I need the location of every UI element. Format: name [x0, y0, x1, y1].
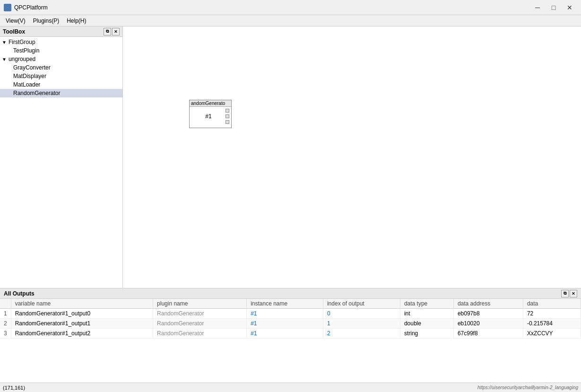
cell-variable-name: RandomGenerator#1_output2: [11, 329, 153, 339]
toolbox-restore-button[interactable]: ⧉: [104, 28, 111, 35]
bottom-panel-restore-button[interactable]: ⧉: [561, 290, 569, 297]
tree-item-randomgenerator[interactable]: RandomGenerator: [0, 89, 122, 97]
close-button[interactable]: ✕: [562, 2, 577, 13]
plugin-block-ports: [225, 109, 229, 124]
tree-item-matdisplayer[interactable]: MatDisplayer: [0, 72, 122, 80]
col-header-plugin-name: plugin name: [153, 299, 247, 309]
tree-item-grayconverter[interactable]: GrayConverter: [0, 63, 122, 72]
statusbar: (171,161) https://uisersecurityarchwilly…: [0, 383, 581, 392]
menu-item-pluginsp[interactable]: Plugins(P): [29, 17, 63, 25]
cell-data-type: int: [400, 309, 453, 319]
toolbox-header-left: ToolBox: [3, 28, 25, 35]
cell-rownum: 3: [0, 329, 11, 339]
outputs-tbody: 1RandomGenerator#1_output0RandomGenerato…: [0, 309, 581, 339]
titlebar-left: QPCPlatform: [4, 4, 48, 11]
cell-variable-name: RandomGenerator#1_output1: [11, 319, 153, 329]
outputs-table-header-row: variable name plugin name instance name …: [0, 299, 581, 309]
col-header-data-address: data address: [453, 299, 523, 309]
col-header-rownum: [0, 299, 11, 309]
chevron-icon: ▼: [2, 57, 7, 62]
plugin-block-title: andomGenerato: [190, 100, 231, 107]
cell-plugin-name: RandomGenerator: [153, 319, 247, 329]
cell-data-type: double: [400, 319, 453, 329]
cell-instance-name: #1: [247, 319, 323, 329]
cell-data-address: 67c99f8: [453, 329, 523, 339]
tree-group-firstgroup: ▼FirstGroupTestPlugin: [0, 38, 122, 55]
statusbar-right: https://uisersecurityarchwillyarmin-2_la…: [477, 385, 578, 390]
group-name: FirstGroup: [9, 39, 35, 45]
cell-index-of-output: 2: [323, 329, 400, 339]
cell-data: 72: [523, 309, 581, 319]
cell-rownum: 2: [0, 319, 11, 329]
toolbox-header: ToolBox ⧉ ✕: [0, 26, 122, 37]
col-header-index-of-output: index of output: [323, 299, 400, 309]
col-header-data: data: [523, 299, 581, 309]
cell-plugin-name: RandomGenerator: [153, 309, 247, 319]
col-header-data-type: data type: [400, 299, 453, 309]
titlebar: QPCPlatform ─ □ ✕: [0, 0, 581, 15]
toolbox-panel: ToolBox ⧉ ✕ ▼FirstGroupTestPlugin▼ungrou…: [0, 26, 123, 288]
cell-data-address: eb097b8: [453, 309, 523, 319]
col-header-instance-name: instance name: [247, 299, 323, 309]
chevron-icon: ▼: [2, 40, 7, 45]
menubar: View(V)Plugins(P)Help(H): [0, 15, 581, 26]
canvas-area[interactable]: andomGenerato #1: [123, 26, 581, 288]
app-title: QPCPlatform: [14, 4, 48, 11]
outputs-table: variable name plugin name instance name …: [0, 299, 581, 339]
minimize-button[interactable]: ─: [530, 2, 545, 13]
app-icon: [4, 4, 11, 11]
plugin-block-body: #1: [190, 107, 231, 126]
col-header-variable-name: variable name: [11, 299, 153, 309]
statusbar-coords: (171,161): [3, 385, 25, 391]
port-0[interactable]: [225, 109, 229, 113]
bottom-panel-title: All Outputs: [4, 290, 35, 297]
menu-item-viewv[interactable]: View(V): [2, 17, 29, 25]
plugin-block[interactable]: andomGenerato #1: [189, 100, 232, 128]
menu-item-helph[interactable]: Help(H): [63, 17, 90, 25]
bottom-panel: All Outputs ⧉ ✕ variable name plugin nam…: [0, 288, 581, 383]
table-row: 1RandomGenerator#1_output0RandomGenerato…: [0, 309, 581, 319]
group-name: ungrouped: [9, 56, 35, 62]
titlebar-controls: ─ □ ✕: [530, 2, 577, 13]
cell-data: XxZCCVY: [523, 329, 581, 339]
tree-group-ungrouped: ▼ungroupedGrayConverterMatDisplayerMatLo…: [0, 55, 122, 97]
tree-item-matloader[interactable]: MatLoader: [0, 80, 122, 89]
table-row: 2RandomGenerator#1_output1RandomGenerato…: [0, 319, 581, 329]
bottom-panel-header: All Outputs ⧉ ✕: [0, 288, 581, 299]
port-2[interactable]: [225, 120, 229, 124]
tree-group-label-ungrouped[interactable]: ▼ungrouped: [0, 55, 122, 63]
tree-item-testplugin[interactable]: TestPlugin: [0, 46, 122, 55]
cell-data: -0.215784: [523, 319, 581, 329]
cell-instance-name: #1: [247, 309, 323, 319]
toolbox-header-controls: ⧉ ✕: [104, 28, 120, 35]
toolbox-title: ToolBox: [3, 28, 25, 35]
table-row: 3RandomGenerator#1_output2RandomGenerato…: [0, 329, 581, 339]
outputs-table-container: variable name plugin name instance name …: [0, 299, 581, 383]
cell-index-of-output: 0: [323, 309, 400, 319]
cell-plugin-name: RandomGenerator: [153, 329, 247, 339]
plugin-block-label: #1: [191, 113, 225, 120]
cell-data-type: string: [400, 329, 453, 339]
port-1[interactable]: [225, 114, 229, 118]
toolbox-content: ▼FirstGroupTestPlugin▼ungroupedGrayConve…: [0, 37, 122, 288]
maximize-button[interactable]: □: [546, 2, 561, 13]
cell-instance-name: #1: [247, 329, 323, 339]
cell-rownum: 1: [0, 309, 11, 319]
bottom-panel-close-button[interactable]: ✕: [570, 290, 577, 297]
cell-data-address: eb10020: [453, 319, 523, 329]
toolbox-close-button[interactable]: ✕: [112, 28, 120, 35]
cell-variable-name: RandomGenerator#1_output0: [11, 309, 153, 319]
main-area: ToolBox ⧉ ✕ ▼FirstGroupTestPlugin▼ungrou…: [0, 26, 581, 288]
cell-index-of-output: 1: [323, 319, 400, 329]
tree-group-label-firstgroup[interactable]: ▼FirstGroup: [0, 38, 122, 46]
bottom-panel-controls: ⧉ ✕: [561, 290, 577, 297]
